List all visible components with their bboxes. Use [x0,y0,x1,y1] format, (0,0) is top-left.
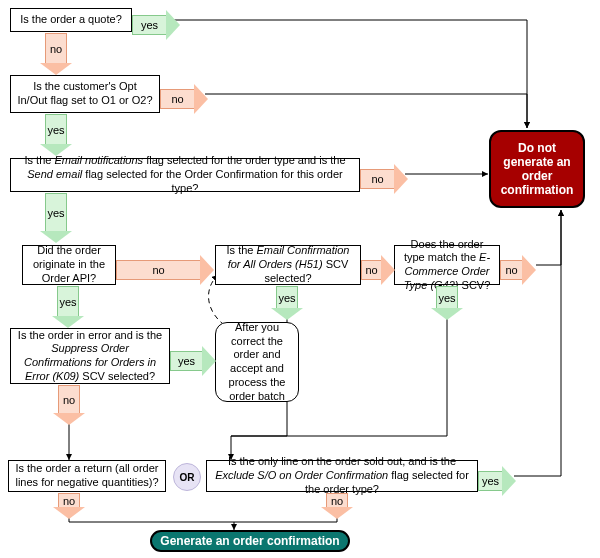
arrow-suppress-yes: yes [170,346,216,376]
node-is-return: Is the order a return (all order lines f… [8,460,166,492]
arrow-soldout-no: no [321,493,353,519]
arrow-quote-no: no [40,33,72,75]
arrow-api-no: no [116,255,214,285]
label: Does the order type match the E-Commerce… [401,238,493,293]
arrow-quote-yes: yes [132,10,180,40]
label: no [331,495,343,507]
label: Do not generate an order confirmation [497,141,577,197]
node-suppress-k09: Is the order in error and is the Suppres… [10,328,170,384]
label: yes [47,124,64,136]
node-optin-flag: Is the customer's Opt In/Out flag set to… [10,75,160,113]
label: yes [59,296,76,308]
label: OR [180,472,195,483]
label: yes [141,19,158,31]
label: no [63,495,75,507]
node-is-quote: Is the order a quote? [10,8,132,32]
label: no [50,43,62,55]
label: yes [278,292,295,304]
arrow-g42-no: no [500,255,536,285]
label: no [371,173,383,185]
label: no [63,394,75,406]
label: Did the order originate in the Order API… [29,244,109,285]
label: yes [178,355,195,367]
arrow-optin-yes: yes [40,114,72,156]
node-soldout-flag: Is the only line on the order sold out, … [206,460,478,492]
label: no [365,264,377,276]
arrow-h51-no: no [361,255,395,285]
label: Is the order a quote? [20,13,122,27]
node-order-api: Did the order originate in the Order API… [22,245,116,285]
arrow-g42-yes: yes [431,286,463,320]
arrow-optin-no: no [160,84,208,114]
label: no [152,264,164,276]
label: yes [482,475,499,487]
label: no [505,264,517,276]
arrow-suppress-no: no [53,385,85,425]
arrow-emailflags-no: no [360,164,408,194]
label: Is the order a return (all order lines f… [15,462,159,490]
label: Is the Email Confirmation for All Orders… [222,244,354,285]
label: Generate an order confirmation [160,534,339,548]
label: Is the only line on the order sold out, … [213,455,471,496]
label: Is the Email notifications flag selected… [17,154,353,195]
label: Is the customer's Opt In/Out flag set to… [17,80,153,108]
terminal-generate: Generate an order confirmation [150,530,350,552]
label: Is the order in error and is the Suppres… [17,329,163,384]
arrow-soldout-yes: yes [478,466,516,496]
arrow-h51-yes: yes [271,286,303,320]
label: After you correct the order and accept a… [222,321,292,404]
note-after-fix: After you correct the order and accept a… [215,322,299,402]
node-h51: Is the Email Confirmation for All Orders… [215,245,361,285]
label: yes [438,292,455,304]
label: no [171,93,183,105]
terminal-do-not-generate: Do not generate an order confirmation [489,130,585,208]
arrow-emailflags-yes: yes [40,193,72,243]
node-email-flags: Is the Email notifications flag selected… [10,158,360,192]
node-g42: Does the order type match the E-Commerce… [394,245,500,285]
arrow-api-yes: yes [52,286,84,328]
arrow-return-no: no [53,493,85,519]
or-connector: OR [173,463,201,491]
label: yes [47,207,64,219]
